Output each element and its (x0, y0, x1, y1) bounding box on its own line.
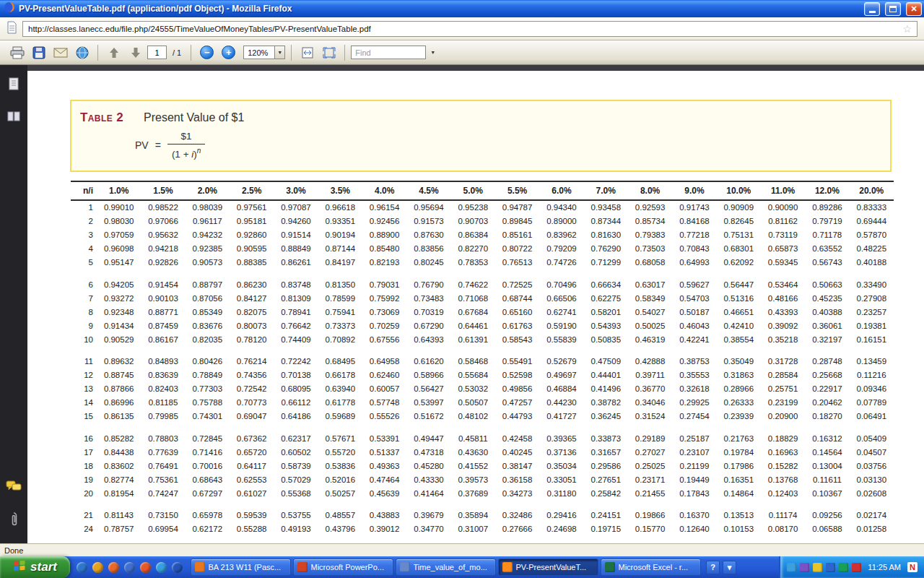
print-button[interactable] (7, 43, 27, 62)
close-button[interactable]: ✕ (906, 2, 922, 16)
page-total-label: / 1 (169, 48, 185, 57)
taskbar-task-label: Microsoft Excel - r... (619, 563, 689, 571)
find-options-arrow-icon[interactable]: ▼ (428, 46, 437, 59)
table-cell: 0.62741 (539, 305, 583, 319)
table-cell: 0.28966 (717, 382, 761, 396)
table-cell: 0.79209 (539, 242, 583, 256)
messenger-icon[interactable] (800, 563, 809, 572)
taskbar-task[interactable]: Time_value_of_mo... (396, 558, 496, 576)
outlook-icon[interactable] (92, 562, 103, 573)
taskbar-task[interactable]: BA 213 W11 (Pasc... (191, 558, 291, 576)
table-cell: 0.38147 (495, 459, 539, 473)
table-cell: 0.27651 (584, 473, 628, 486)
previous-page-button[interactable] (104, 43, 123, 62)
next-page-button[interactable] (126, 43, 145, 62)
bookmarks-panel-icon[interactable] (6, 110, 21, 126)
table-row: 210.811430.731500.659780.595390.537550.4… (71, 500, 894, 522)
zoom-dropdown-arrow-icon[interactable]: ▼ (275, 46, 285, 59)
table-cell: 0.36245 (584, 410, 628, 423)
table-cell: 0.61620 (406, 346, 450, 368)
table-cell: 0.69444 (850, 215, 894, 228)
table-cell: 0.06588 (805, 522, 849, 536)
table-cell: 0.13459 (850, 346, 894, 368)
table-cell: 0.73119 (761, 228, 805, 242)
table-cell: 0.72845 (186, 423, 230, 446)
norton-icon[interactable]: N (907, 562, 918, 572)
task-buttons: BA 213 W11 (Pasc...Microsoft PowerPo...T… (189, 556, 702, 578)
pages-panel-icon[interactable] (7, 77, 20, 94)
help-button[interactable]: ? (706, 561, 720, 574)
table-cell: 0.34046 (628, 396, 672, 410)
find-input[interactable] (351, 46, 426, 59)
collaborate-button[interactable] (72, 43, 92, 62)
messenger-icon[interactable] (156, 562, 167, 573)
column-header-rate: 4.5% (406, 181, 450, 200)
table-cell: 0.70319 (406, 305, 450, 319)
table-cell: 0.83602 (97, 459, 141, 473)
table-row: 130.878660.824030.773030.725420.680950.6… (71, 382, 894, 396)
period-cell: 15 (71, 410, 97, 423)
url-text[interactable]: http://classes.lanecc.edu/file.php/24555… (28, 25, 902, 33)
fit-page-button[interactable] (319, 43, 339, 62)
table-cell: 0.91454 (141, 269, 185, 292)
table-cell: 0.55288 (230, 522, 274, 536)
internet-explorer-icon[interactable] (77, 562, 87, 573)
maximize-button[interactable] (885, 2, 901, 16)
table-cell: 0.31728 (761, 346, 805, 368)
column-header-rate: 5.5% (495, 181, 539, 200)
table-cell: 0.19784 (717, 445, 761, 459)
table-cell: 0.51337 (362, 445, 406, 459)
firefox-icon[interactable] (108, 562, 119, 573)
media-player-icon[interactable] (140, 562, 151, 573)
table-cell: 0.56427 (406, 382, 450, 396)
table-cell: 0.74247 (141, 486, 185, 500)
word-icon[interactable] (172, 562, 183, 573)
show-desktop-icon[interactable] (124, 562, 135, 573)
page-number-input[interactable] (147, 46, 167, 59)
url-field[interactable]: http://classes.lanecc.edu/file.php/24555… (22, 21, 918, 37)
zoom-out-button[interactable]: − (197, 43, 217, 62)
powerpoint-icon (297, 562, 308, 572)
zoom-in-button[interactable]: + (219, 43, 238, 62)
start-button[interactable]: start (0, 556, 70, 578)
table-cell: 0.54703 (672, 291, 716, 305)
update-icon[interactable] (787, 563, 796, 572)
table-cell: 0.45280 (406, 459, 450, 473)
save-button[interactable] (29, 43, 48, 62)
volume-icon[interactable] (839, 563, 848, 572)
bookmark-star-icon[interactable]: ☆ (902, 24, 912, 34)
table-cell: 0.82403 (141, 382, 185, 396)
table-cell: 0.16370 (672, 500, 716, 522)
table-cell: 0.96618 (318, 200, 362, 215)
comments-panel-icon[interactable] (6, 480, 22, 496)
table-cell: 0.83639 (141, 368, 185, 382)
security-icon[interactable] (852, 563, 861, 572)
column-header-rate: 11.0% (761, 181, 805, 200)
toolbar-options-button[interactable]: ▾ (723, 561, 736, 574)
table-cell: 0.14564 (805, 445, 849, 459)
minimize-button[interactable] (864, 2, 880, 16)
taskbar-task[interactable]: Microsoft Excel - r... (601, 558, 701, 576)
table-cell: 0.66634 (584, 269, 628, 292)
table-row: 170.844380.776390.714160.657200.605020.5… (71, 445, 894, 459)
table-cell: 0.78599 (318, 291, 362, 305)
table-cell: 0.96117 (186, 215, 230, 228)
taskbar-task[interactable]: PV-PresentValueT... (498, 558, 598, 576)
taskbar-task[interactable]: Microsoft PowerPo... (293, 558, 393, 576)
table-cell: 0.76491 (141, 459, 185, 473)
email-button[interactable] (51, 43, 70, 62)
zoom-value[interactable]: 120% (243, 46, 275, 59)
table-cell: 0.21763 (717, 423, 761, 446)
attachments-panel-icon[interactable] (9, 512, 18, 530)
table-cell: 0.67297 (186, 486, 230, 500)
antivirus-icon[interactable] (813, 563, 822, 572)
table-cell: 0.91573 (406, 215, 450, 228)
document-icon (400, 562, 410, 572)
fit-width-button[interactable] (297, 43, 317, 62)
table-row: 80.923480.887710.853490.820750.789410.75… (71, 305, 894, 319)
network-icon[interactable] (826, 563, 835, 572)
table-cell: 0.40245 (495, 445, 539, 459)
table-cell: 0.68643 (186, 473, 230, 486)
column-header-rate: 5.0% (451, 181, 495, 200)
zoom-control[interactable]: 120% ▼ (243, 46, 285, 59)
